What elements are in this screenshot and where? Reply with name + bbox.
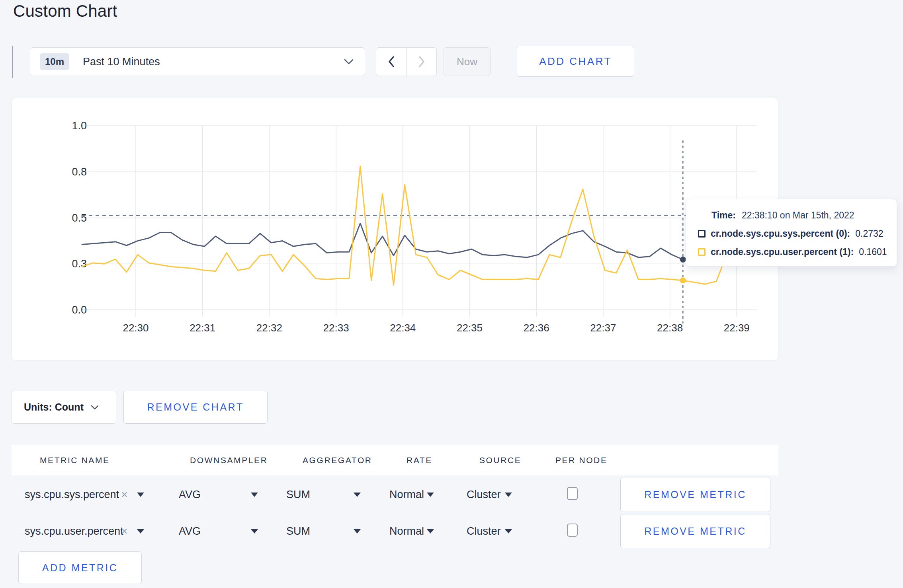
svg-text:22:39: 22:39: [724, 322, 750, 334]
svg-text:22:37: 22:37: [590, 322, 616, 334]
caret-down-icon[interactable]: [505, 493, 512, 497]
time-window-label: Past 10 Minutes: [83, 56, 160, 68]
now-button[interactable]: Now: [444, 47, 491, 76]
units-select[interactable]: Units: Count: [12, 391, 116, 424]
tooltip-series-name: cr.node.sys.cpu.user.percent (1):: [711, 247, 854, 257]
chart-card: 0.00.30.50.81.022:3022:3122:3222:3322:34…: [12, 98, 778, 361]
svg-text:22:32: 22:32: [256, 322, 282, 334]
series-user-swatch-icon: [698, 248, 706, 256]
col-header-per-node: PER NODE: [555, 445, 608, 475]
add-metric-button[interactable]: ADD METRIC: [18, 551, 142, 584]
tooltip-series-value: 0.2732: [855, 228, 883, 239]
caret-down-icon[interactable]: [137, 493, 144, 497]
col-header-downsampler: DOWNSAMPLER: [190, 445, 268, 475]
col-header-source: SOURCE: [479, 445, 521, 475]
metric-name-select[interactable]: sys.cpu.sys.percent: [25, 489, 119, 501]
cpu-chart-svg[interactable]: 0.00.30.50.81.022:3022:3122:3222:3322:34…: [12, 98, 778, 360]
caret-down-icon[interactable]: [137, 529, 144, 533]
aggregator-select[interactable]: SUM: [286, 489, 310, 501]
remove-metric-button[interactable]: REMOVE METRIC: [620, 514, 770, 548]
svg-text:0.5: 0.5: [72, 212, 87, 224]
caret-down-icon[interactable]: [427, 493, 434, 497]
col-header-rate: RATE: [407, 445, 432, 475]
svg-text:22:36: 22:36: [524, 322, 549, 334]
units-label: Units: Count: [24, 401, 84, 413]
tooltip-series-name: cr.node.sys.cpu.sys.percent (0):: [711, 228, 850, 239]
chevron-right-icon: [418, 56, 425, 68]
time-window-badge: 10m: [40, 53, 69, 70]
caret-down-icon[interactable]: [251, 529, 258, 533]
caret-down-icon[interactable]: [505, 529, 512, 533]
svg-text:0.8: 0.8: [72, 166, 87, 178]
per-node-checkbox[interactable]: [567, 524, 578, 537]
rate-select[interactable]: Normal: [389, 489, 424, 501]
svg-text:22:31: 22:31: [190, 322, 215, 334]
caret-down-icon[interactable]: [354, 493, 361, 497]
source-select[interactable]: Cluster: [467, 489, 501, 501]
svg-text:0.3: 0.3: [72, 258, 87, 270]
chevron-down-icon: [344, 59, 354, 64]
add-chart-button[interactable]: ADD CHART: [517, 46, 634, 77]
caret-down-icon[interactable]: [251, 493, 258, 497]
chart-tooltip: Time: 22:38:10 on Mar 15th, 2022 cr.node…: [686, 199, 897, 267]
tooltip-series-value: 0.1601: [859, 247, 887, 257]
rate-select[interactable]: Normal: [389, 525, 424, 537]
metrics-table-header: METRIC NAME DOWNSAMPLER AGGREGATOR RATE …: [12, 445, 778, 475]
tooltip-time-value: 22:38:10 on Mar 15th, 2022: [742, 210, 854, 221]
chevron-left-icon: [388, 56, 395, 68]
col-header-metric-name: METRIC NAME: [40, 445, 110, 475]
time-window-select[interactable]: 10m Past 10 Minutes: [30, 47, 365, 76]
remove-metric-button[interactable]: REMOVE METRIC: [620, 477, 770, 512]
svg-text:22:38: 22:38: [657, 322, 683, 334]
caret-down-icon[interactable]: [427, 529, 434, 533]
svg-text:22:30: 22:30: [123, 322, 149, 334]
svg-text:1.0: 1.0: [72, 120, 87, 132]
tooltip-time-label: Time:: [711, 210, 736, 221]
page-title: Custom Chart: [13, 2, 117, 21]
downsampler-select[interactable]: AVG: [179, 489, 201, 501]
svg-text:22:35: 22:35: [457, 322, 483, 334]
next-time-button[interactable]: [407, 48, 437, 76]
clear-metric-icon[interactable]: ×: [121, 488, 128, 501]
svg-text:22:33: 22:33: [323, 322, 349, 334]
per-node-checkbox[interactable]: [567, 487, 578, 500]
col-header-aggregator: AGGREGATOR: [303, 445, 372, 475]
remove-chart-button[interactable]: REMOVE CHART: [123, 391, 268, 424]
svg-text:0.0: 0.0: [72, 304, 87, 316]
prev-time-button[interactable]: [376, 48, 407, 76]
caret-down-icon[interactable]: [354, 529, 361, 533]
time-pager: [376, 47, 437, 76]
downsampler-select[interactable]: AVG: [179, 525, 201, 537]
svg-text:22:34: 22:34: [390, 322, 416, 334]
clear-metric-icon[interactable]: ×: [121, 525, 128, 538]
aggregator-select[interactable]: SUM: [286, 525, 310, 537]
series-sys-swatch-icon: [698, 230, 706, 238]
source-select[interactable]: Cluster: [467, 525, 501, 537]
metric-name-select[interactable]: sys.cpu.user.percent: [25, 525, 123, 537]
toolbar-divider: [12, 46, 13, 78]
chevron-down-icon: [91, 405, 99, 410]
